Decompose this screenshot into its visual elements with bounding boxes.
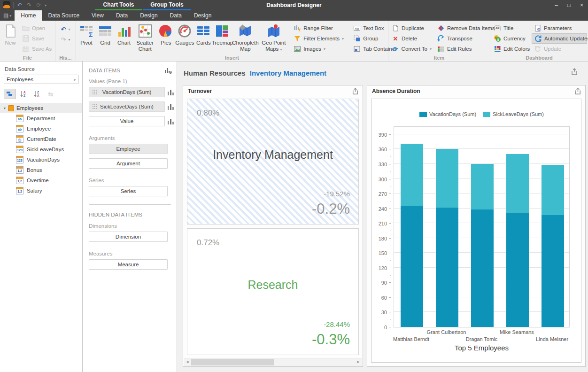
- update-button[interactable]: Update: [532, 44, 587, 54]
- chart-options-icon[interactable]: [168, 89, 174, 95]
- delete-button[interactable]: ✕ Delete: [389, 33, 434, 44]
- title-button[interactable]: AB Title: [491, 23, 531, 33]
- context-tab-group-tools[interactable]: Group Tools: [143, 0, 191, 10]
- maximize-button[interactable]: □: [563, 0, 575, 10]
- field-item-vacationdays[interactable]: 123VacationDays: [0, 155, 82, 165]
- tab-home[interactable]: Home: [15, 10, 42, 21]
- card-inventory-management[interactable]: 0.80%Inventory Management-19.52%-0.2%: [187, 99, 359, 225]
- bar-sickleave-0[interactable]: [401, 144, 423, 206]
- tab-chart-design[interactable]: Design: [134, 10, 163, 21]
- treemap-button[interactable]: Treemap: [213, 22, 232, 47]
- sort-az-button[interactable]: AZ: [17, 89, 30, 99]
- scroll-right-icon[interactable]: ►: [355, 358, 362, 366]
- new-button[interactable]: New: [1, 22, 20, 54]
- data-item-chip[interactable]: Value: [89, 116, 165, 126]
- swap-fields-button[interactable]: ⇆: [45, 89, 57, 99]
- geo-point-maps-button[interactable]: Geo Point Maps ▾: [259, 22, 288, 54]
- remove-data-items-button[interactable]: Remove Data Items: [435, 23, 490, 33]
- tab-chart-data[interactable]: Data: [110, 10, 134, 21]
- transpose-button[interactable]: Transpose: [435, 33, 490, 44]
- chart-options-icon[interactable]: [168, 118, 174, 124]
- range-filter-button[interactable]: Range Filter: [291, 23, 350, 33]
- bar-sickleave-3[interactable]: [506, 154, 529, 213]
- duplicate-button[interactable]: Duplicate: [389, 23, 434, 33]
- tree-expander-icon[interactable]: ▾: [4, 106, 6, 110]
- tree-node-employees[interactable]: ▾ Employees: [0, 103, 82, 113]
- pivot-button[interactable]: Σ Pivot: [77, 22, 96, 47]
- legend-entry-1[interactable]: SickLeaveDays (Sum): [483, 111, 544, 117]
- horizontal-scrollbar[interactable]: ◄ ►: [184, 358, 362, 366]
- card-research[interactable]: 0.72%Research-28.44%-0.3%: [187, 228, 359, 355]
- sort-za-button[interactable]: ZA: [31, 89, 43, 99]
- redo-button[interactable]: ↷ ▾: [59, 34, 73, 45]
- legend-entry-0[interactable]: VacationDays (Sum): [419, 111, 476, 117]
- quick-access-caret-icon[interactable]: ▾: [45, 3, 46, 8]
- drag-handle-icon[interactable]: [93, 90, 97, 95]
- field-item-overtime[interactable]: 1,2Overtime: [0, 175, 82, 186]
- data-item-chip[interactable]: Argument: [89, 158, 168, 169]
- save-as-button[interactable]: Save As: [20, 44, 54, 54]
- parameters-button[interactable]: ⚙ Parameters: [532, 23, 587, 33]
- bar-vacation-3[interactable]: [506, 213, 529, 327]
- data-item-chip[interactable]: Series: [89, 186, 168, 196]
- absence-chart[interactable]: VacationDays (Sum)SickLeaveDays (Sum) 03…: [371, 99, 581, 363]
- dashboard-export-icon[interactable]: [570, 68, 579, 76]
- choropleth-map-button[interactable]: Choropleth Map: [232, 22, 259, 54]
- data-item-chip[interactable]: VacationDays (Sum): [89, 87, 165, 97]
- data-item-chip[interactable]: SickLeaveDays (Sum): [89, 101, 165, 112]
- absence-duration-group[interactable]: Absence Duration VacationDays (Sum)SickL…: [367, 85, 586, 367]
- bar-vacation-1[interactable]: [436, 208, 458, 327]
- chart-options-icon[interactable]: [168, 104, 174, 110]
- chart-button[interactable]: Chart: [115, 22, 133, 47]
- bar-sickleave-4[interactable]: [542, 165, 564, 215]
- open-button[interactable]: Open: [20, 23, 54, 33]
- field-item-department[interactable]: abDepartment: [0, 113, 82, 124]
- bar-sickleave-2[interactable]: [471, 164, 494, 209]
- grid-button[interactable]: Grid: [96, 22, 115, 47]
- data-item-chip[interactable]: Dimension: [89, 232, 168, 242]
- tab-data-source[interactable]: Data Source: [42, 10, 85, 21]
- scroll-left-icon[interactable]: ◄: [184, 358, 191, 366]
- scatter-chart-button[interactable]: Scatter Chart: [133, 22, 156, 54]
- bar-sickleave-1[interactable]: [436, 149, 458, 207]
- group-by-type-button[interactable]: [4, 89, 16, 99]
- currency-button[interactable]: €$ Currency: [491, 33, 531, 44]
- quick-undo-icon[interactable]: ↶: [16, 2, 23, 8]
- images-button[interactable]: Images ▾: [291, 44, 350, 54]
- field-item-currentdate[interactable]: ◷CurrentDate: [0, 134, 82, 144]
- tab-group-design[interactable]: Design: [188, 10, 217, 21]
- context-tab-chart-tools[interactable]: Chart Tools: [95, 0, 142, 10]
- data-item-chip[interactable]: Measure: [89, 259, 168, 270]
- scrollbar-thumb[interactable]: [191, 359, 274, 365]
- convert-to-button[interactable]: ⟳ Convert To ▾: [389, 44, 434, 54]
- undo-button[interactable]: ↶ ▾: [59, 24, 73, 34]
- save-button[interactable]: Save: [20, 33, 54, 44]
- turnover-group[interactable]: Turnover 0.80%Inventory Management-19.52…: [183, 85, 363, 367]
- data-item-chip[interactable]: Employee: [89, 144, 168, 154]
- filter-elements-button[interactable]: Filter Elements ▾: [291, 33, 350, 44]
- pies-button[interactable]: Pies: [156, 22, 175, 47]
- add-pane-icon[interactable]: [164, 67, 172, 74]
- gauges-button[interactable]: Gauges: [175, 22, 194, 47]
- drag-handle-icon[interactable]: [93, 104, 97, 109]
- tab-group-data[interactable]: Data: [164, 10, 188, 21]
- quick-redo-icon[interactable]: ↷: [26, 2, 32, 8]
- data-source-combobox[interactable]: Employees ▾: [4, 75, 78, 84]
- bar-vacation-4[interactable]: [542, 215, 564, 327]
- minimize-button[interactable]: –: [550, 0, 563, 10]
- tab-view[interactable]: View: [85, 10, 110, 21]
- bar-vacation-2[interactable]: [471, 209, 494, 327]
- bar-vacation-0[interactable]: [401, 206, 423, 327]
- turnover-export-icon[interactable]: [351, 87, 359, 95]
- application-menu-button[interactable]: ▤ ▾: [0, 10, 15, 21]
- automatic-updates-button[interactable]: ⚙ Automatic Updates: [532, 33, 587, 44]
- edit-rules-button[interactable]: Edit Rules: [435, 44, 490, 54]
- close-button[interactable]: ×: [575, 0, 588, 10]
- field-item-employee[interactable]: abEmployee: [0, 124, 82, 134]
- cards-button[interactable]: Cards: [194, 22, 213, 47]
- field-item-bonus[interactable]: 1,2Bonus: [0, 165, 82, 175]
- absence-export-icon[interactable]: [574, 87, 582, 95]
- field-item-salary[interactable]: 1,2Salary: [0, 186, 82, 196]
- field-item-sickleavedays[interactable]: 123SickLeaveDays: [0, 144, 82, 155]
- edit-colors-button[interactable]: Edit Colors: [491, 44, 531, 54]
